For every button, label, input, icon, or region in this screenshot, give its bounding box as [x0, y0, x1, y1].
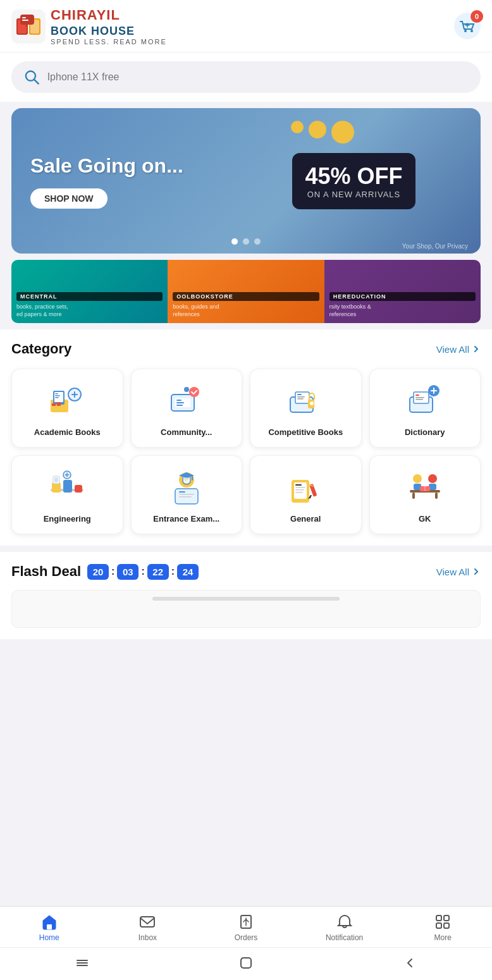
banner-dot-3[interactable] [254, 238, 261, 245]
academic-icon [47, 381, 87, 421]
category-card-academic[interactable]: Academic Books [11, 369, 123, 448]
sub-banner-1-desc: books, practice sets,ed papers & more [16, 303, 163, 318]
flash-deal-view-all-button[interactable]: View All [436, 567, 481, 577]
svg-rect-44 [75, 485, 82, 493]
sub-banner-1[interactable]: MCENTRAL books, practice sets,ed papers … [11, 260, 168, 323]
category-card-gk[interactable]: GK [369, 455, 481, 534]
category-label-dictionary: Dictionary [405, 427, 445, 438]
category-label-community: Community... [161, 427, 212, 438]
logo-tagline: SPEND LESS. READ MORE [51, 38, 167, 46]
category-view-all-button[interactable]: View All [436, 344, 481, 355]
category-card-engineering[interactable]: Engineering [11, 455, 123, 534]
community-icon [166, 381, 207, 421]
svg-rect-18 [55, 395, 60, 396]
main-banner: Sale Going on... SHOP NOW 45% OFF ON A N… [11, 108, 481, 254]
banner-right: 45% OFF ON A NEW ARRIVALS [246, 153, 462, 209]
category-card-competitive[interactable]: Competitive Books [250, 369, 362, 448]
svg-rect-29 [295, 392, 309, 403]
category-label-gk: GK [419, 514, 431, 525]
svg-rect-19 [55, 397, 59, 398]
logo-title: CHIRAYIL BOOK HOUSE [51, 8, 167, 38]
category-title: Category [11, 341, 71, 357]
category-card-community[interactable]: Community... [131, 369, 243, 448]
logo-text-block: CHIRAYIL BOOK HOUSE SPEND LESS. READ MOR… [51, 8, 167, 46]
nav-orders-label: Orders [235, 933, 258, 942]
svg-rect-67 [412, 493, 415, 499]
svg-rect-43 [63, 480, 72, 493]
svg-line-13 [34, 80, 39, 84]
banner-dots [231, 238, 261, 245]
timer-minutes: 03 [117, 564, 138, 580]
sub-banners: MCENTRAL books, practice sets,ed papers … [11, 260, 481, 323]
banner-circles [291, 121, 354, 144]
banner-dot-2[interactable] [243, 238, 249, 245]
android-back-button[interactable] [397, 950, 422, 977]
svg-rect-23 [176, 400, 181, 401]
cart-badge: 0 [470, 10, 483, 23]
svg-rect-46 [54, 477, 58, 482]
svg-rect-57 [295, 484, 302, 486]
category-label-academic: Academic Books [34, 427, 101, 438]
sub-banner-3-tag: HEREDUCATION [329, 292, 476, 301]
nav-home-button[interactable]: Home [27, 913, 71, 942]
svg-rect-32 [297, 398, 304, 400]
logo-area: CHIRAYIL BOOK HOUSE SPEND LESS. READ MOR… [11, 8, 167, 46]
svg-rect-30 [297, 394, 302, 395]
svg-rect-58 [295, 487, 305, 488]
svg-rect-75 [444, 923, 449, 928]
svg-rect-72 [436, 916, 441, 921]
svg-point-26 [189, 387, 199, 397]
category-section: Category View All Academic Books [0, 329, 492, 546]
competitive-icon [285, 381, 326, 421]
banner-shop-button[interactable]: SHOP NOW [30, 188, 108, 209]
nav-inbox-button[interactable]: Inbox [125, 913, 169, 942]
svg-point-64 [428, 474, 437, 483]
android-home-button[interactable] [233, 950, 259, 977]
sub-banner-2[interactable]: OOLBOOKSTORE books, guides andreferences [168, 260, 324, 323]
timer-hours: 20 [87, 564, 109, 580]
flash-deal-title: Flash Deal [11, 563, 81, 580]
svg-rect-60 [295, 492, 303, 493]
svg-point-11 [470, 30, 473, 32]
gk-icon [405, 467, 445, 508]
svg-rect-59 [295, 489, 304, 491]
svg-rect-74 [436, 923, 441, 928]
banner-privacy-text: Your Shop, Our Privacy [402, 243, 468, 250]
sub-banner-3[interactable]: HEREDUCATION rsity textbooks &references [324, 260, 481, 323]
svg-point-10 [464, 30, 467, 32]
svg-rect-71 [140, 917, 154, 927]
nav-more-button[interactable]: More [421, 913, 465, 942]
svg-rect-17 [55, 393, 58, 395]
svg-rect-53 [179, 494, 194, 495]
nav-more-label: More [434, 933, 452, 942]
banner-sale-text: Sale Going on... [30, 154, 246, 178]
flash-deal-timer: 20 : 03 : 22 : 24 [87, 564, 199, 580]
category-label-entrance: Entrance Exam... [153, 514, 219, 525]
category-card-dictionary[interactable]: Dictionary [369, 369, 481, 448]
category-label-competitive: Competitive Books [268, 427, 343, 438]
svg-point-62 [413, 474, 422, 483]
sub-banner-3-desc: rsity textbooks &references [329, 303, 476, 318]
nav-orders-button[interactable]: Orders [224, 913, 268, 942]
svg-rect-37 [415, 395, 419, 396]
android-recent-button[interactable] [70, 950, 95, 977]
svg-rect-7 [22, 17, 26, 18]
search-input[interactable] [47, 71, 468, 83]
banner-discount-box: 45% OFF ON A NEW ARRIVALS [292, 153, 415, 209]
flash-deal-section: Flash Deal 20 : 03 : 22 : 24 View All [0, 552, 492, 639]
android-nav-bar [0, 947, 492, 980]
banner-dot-1[interactable] [231, 238, 238, 245]
flash-deal-header: Flash Deal 20 : 03 : 22 : 24 View All [11, 563, 481, 580]
circle-medium [309, 121, 326, 138]
nav-inbox-label: Inbox [138, 933, 157, 942]
sub-banner-2-desc: books, guides andreferences [173, 303, 319, 318]
category-grid: Academic Books Community... [11, 369, 481, 534]
flash-deal-preview [11, 590, 481, 628]
nav-notification-button[interactable]: Notification [323, 913, 367, 942]
svg-rect-25 [176, 405, 183, 406]
logo-icon [11, 9, 46, 44]
category-card-general[interactable]: General [250, 455, 362, 534]
svg-rect-73 [444, 916, 449, 921]
category-card-entrance[interactable]: Entrance Exam... [131, 455, 243, 534]
cart-button[interactable]: 0 [454, 13, 481, 41]
